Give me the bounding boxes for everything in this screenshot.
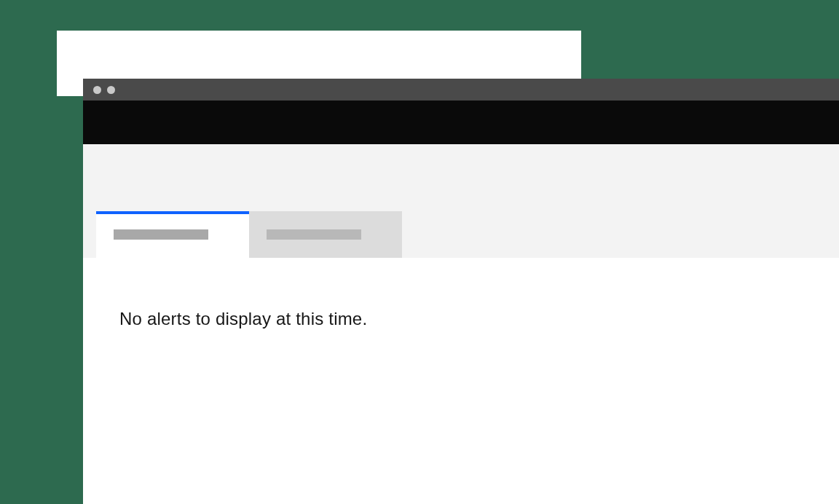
subheader-spacer (83, 144, 839, 211)
content-area: No alerts to display at this time. (83, 258, 839, 504)
tab-inactive-label (267, 229, 361, 240)
app-header (83, 101, 839, 144)
subheader-region (83, 144, 839, 258)
window-titlebar (83, 79, 839, 101)
tab-active[interactable] (96, 211, 249, 258)
tab-list (83, 211, 839, 258)
window-control-close[interactable] (93, 86, 101, 94)
browser-window: No alerts to display at this time. (83, 79, 839, 504)
tab-inactive[interactable] (249, 211, 402, 258)
tab-active-label (114, 229, 208, 240)
window-control-minimize[interactable] (107, 86, 115, 94)
empty-state-message: No alerts to display at this time. (119, 309, 803, 329)
